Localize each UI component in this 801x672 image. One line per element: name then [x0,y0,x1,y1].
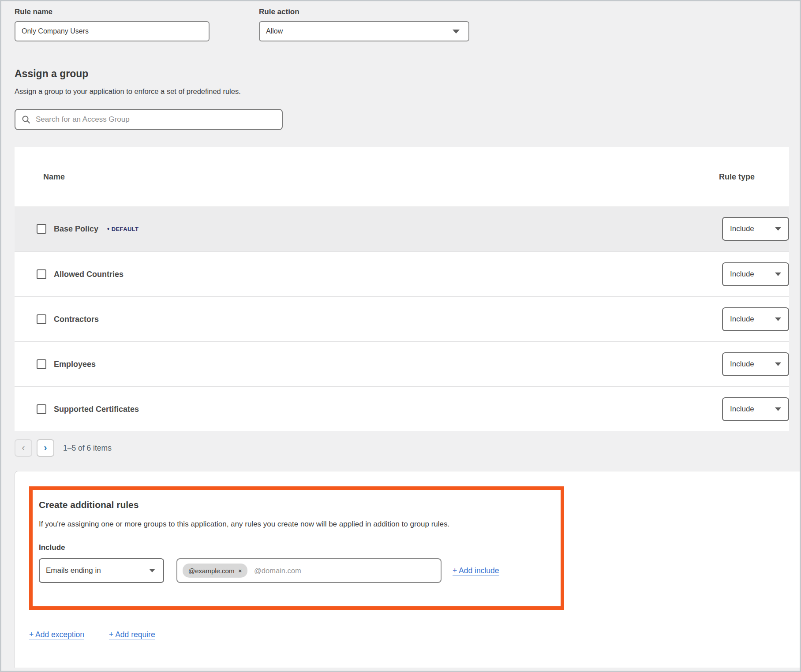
chevron-down-icon [775,227,781,231]
table-row: Allowed Countries Include [15,251,789,296]
table-header: Name Rule type [15,147,789,206]
include-rule-row: Emails ending in @example.com × @domain.… [39,558,552,583]
access-group-search[interactable] [15,109,283,130]
table-row: Employees Include [15,341,789,386]
create-additional-rules-heading: Create additional rules [39,500,552,510]
footer-links: + Add exception + Add require [29,630,801,639]
assign-group-heading: Assign a group [15,68,786,80]
highlight-annotation-box: Create additional rules If you're assign… [29,486,564,610]
rule-type-value: Include [730,270,754,279]
rule-action-label: Rule action [259,7,469,16]
previous-page-button[interactable]: ‹ [15,439,32,457]
tag-input-placeholder: @domain.com [254,567,301,575]
chevron-down-icon [149,569,155,572]
group-name: Allowed Countries [54,270,124,279]
search-icon [22,115,30,124]
top-fields: Rule name Rule action Allow [15,7,786,41]
table-row: Supported Certificates Include [15,386,789,431]
row-checkbox[interactable] [37,224,46,234]
group-name: Contractors [54,315,99,324]
name-column-header: Name [15,172,707,182]
rule-type-value: Include [730,360,754,369]
rule-type-select[interactable]: Include [722,262,789,286]
tag-label: @example.com [188,567,234,575]
row-checkbox[interactable] [37,269,46,279]
add-require-link[interactable]: + Add require [109,630,155,639]
rule-type-column-header: Rule type [707,172,789,182]
chevron-right-icon: › [44,443,47,453]
chevron-down-icon [775,317,781,321]
table-row: Contractors Include [15,296,789,341]
default-badge: DEFAULT [107,225,138,232]
email-domain-tag-input[interactable]: @example.com × @domain.com [176,558,442,583]
table-row: Base Policy DEFAULT Include [15,206,789,251]
create-additional-rules-description: If you're assigning one or more groups t… [39,520,552,529]
rule-type-select[interactable]: Include [722,352,789,376]
rule-type-value: Include [730,315,754,324]
assign-group-description: Assign a group to your application to en… [15,87,786,96]
rule-selector-value: Emails ending in [46,566,101,575]
group-name: Supported Certificates [54,405,139,414]
rule-action-value: Allow [266,27,283,35]
chevron-down-icon [775,273,781,276]
rule-action-field-group: Rule action Allow [259,7,469,41]
rule-type-select[interactable]: Include [722,397,789,421]
group-name: Base Policy [54,224,98,234]
add-include-link[interactable]: + Add include [453,566,499,575]
row-checkbox[interactable] [37,359,46,369]
chevron-down-icon [775,362,781,366]
include-label: Include [39,543,552,552]
rule-type-select[interactable]: Include [722,217,789,241]
group-name: Employees [54,360,96,369]
remove-tag-icon[interactable]: × [238,567,242,574]
search-input[interactable] [36,115,276,124]
chevron-down-icon [453,30,460,34]
rule-type-value: Include [730,224,754,233]
rule-name-input[interactable] [15,21,210,41]
email-domain-tag: @example.com × [183,564,247,578]
pagination-status: 1–5 of 6 items [63,444,112,453]
row-checkbox[interactable] [37,314,46,324]
rule-name-label: Rule name [15,7,210,16]
row-checkbox[interactable] [37,404,46,414]
access-groups-table: Name Rule type Base Policy DEFAULT Inclu… [15,147,789,431]
page: Rule name Rule action Allow Assign a gro… [0,0,801,672]
rule-type-value: Include [730,405,754,414]
rule-action-select[interactable]: Allow [259,21,469,41]
chevron-down-icon [775,407,781,411]
chevron-left-icon: ‹ [22,443,25,453]
add-exception-link[interactable]: + Add exception [29,630,84,639]
rule-name-field-group: Rule name [15,7,210,41]
pagination: ‹ › 1–5 of 6 items [15,439,786,457]
rule-selector-select[interactable]: Emails ending in [39,558,164,583]
additional-rules-card: Create additional rules If you're assign… [15,471,801,668]
rule-type-select[interactable]: Include [722,307,789,331]
next-page-button[interactable]: › [37,439,54,457]
